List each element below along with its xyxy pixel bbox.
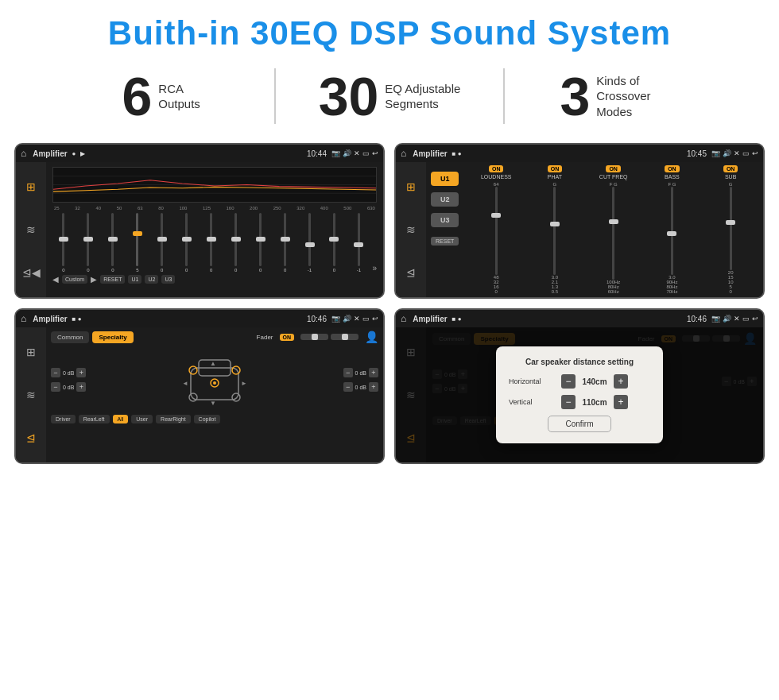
eq-slider-13[interactable]: -1 bbox=[347, 213, 370, 273]
eq-slider-8[interactable]: 0 bbox=[225, 213, 247, 273]
double-arrow-icon[interactable]: » bbox=[372, 264, 377, 273]
stats-row: 6 RCAOutputs 30 EQ AdjustableSegments 3 … bbox=[0, 60, 779, 138]
horizontal-plus-btn[interactable]: + bbox=[614, 374, 628, 389]
crossover-home-icon[interactable]: ⌂ bbox=[401, 148, 406, 159]
eq-slider-2[interactable]: 0 bbox=[77, 213, 99, 273]
horizontal-minus-btn[interactable]: − bbox=[561, 374, 576, 389]
crossover-sidebar-icon-3[interactable]: ⊴ bbox=[406, 266, 416, 279]
eq-custom-btn[interactable]: Custom bbox=[62, 275, 87, 284]
eq-freq-labels: 2532 4050 6380 100125 160200 250320 4005… bbox=[52, 206, 377, 211]
db-minus-3[interactable]: − bbox=[343, 368, 353, 377]
crossover-phat-col: ON PHAT G 3.0 2.1 1.3 0.5 bbox=[527, 165, 583, 294]
screen-eq: ⌂ Amplifier ● ▶ 10:44 📷 🔊 ✕ ▭ ↩ ⊞ ≋ ⊴◀ bbox=[14, 143, 385, 299]
db-minus-1[interactable]: − bbox=[51, 368, 60, 377]
fader-h-slider-1[interactable] bbox=[300, 334, 328, 340]
u3-button[interactable]: U3 bbox=[431, 213, 459, 227]
eq-reset-btn[interactable]: RESET bbox=[100, 275, 125, 284]
driver-btn[interactable]: Driver bbox=[51, 415, 76, 423]
db-plus-1[interactable]: + bbox=[76, 368, 86, 377]
fader-dots: ■ ● bbox=[72, 315, 82, 323]
loudness-slider[interactable]: 64 48 32 16 0 bbox=[494, 182, 499, 294]
crossover-sidebar: ⊞ ≋ ⊴ bbox=[396, 162, 426, 297]
db-minus-2[interactable]: − bbox=[51, 382, 60, 392]
fader-back-icon[interactable]: ↩ bbox=[372, 315, 378, 323]
eq-slider-7[interactable]: 0 bbox=[200, 213, 223, 273]
dialog-volume-icon: 🔊 bbox=[723, 315, 731, 323]
crossover-sidebar-icon-2[interactable]: ≋ bbox=[406, 223, 416, 236]
db-minus-4[interactable]: − bbox=[343, 382, 353, 392]
all-btn[interactable]: All bbox=[113, 415, 129, 423]
eq-slider-1[interactable]: 0 bbox=[52, 213, 75, 273]
vertical-minus-btn[interactable]: − bbox=[561, 395, 576, 409]
copilot-btn[interactable]: Copilot bbox=[194, 415, 221, 423]
dialog-horizontal-row: Horizontal − 140cm + bbox=[509, 374, 650, 389]
stat-text-crossover: Kinds ofCrossover Modes bbox=[596, 73, 676, 120]
speaker-db-row-2: − 0 dB + bbox=[51, 382, 86, 392]
fader-sidebar-icon-2[interactable]: ≋ bbox=[26, 389, 36, 401]
crossover-volume-icon: 🔊 bbox=[723, 149, 731, 157]
eq-main: 2532 4050 6380 100125 160200 250320 4005… bbox=[46, 162, 383, 297]
eq-sidebar-icon-1[interactable]: ⊞ bbox=[26, 180, 36, 193]
rear-right-btn[interactable]: RearRight bbox=[156, 415, 191, 423]
eq-slider-3[interactable]: 0 bbox=[102, 213, 124, 273]
db-plus-2[interactable]: + bbox=[76, 382, 86, 392]
sub-slider[interactable]: G 20 15 10 5 0 bbox=[728, 182, 734, 294]
common-mode-btn[interactable]: Common bbox=[51, 331, 89, 343]
crossover-sidebar-icon-1[interactable]: ⊞ bbox=[406, 180, 416, 193]
eq-sidebar-icon-3[interactable]: ⊴◀ bbox=[22, 266, 41, 279]
fader-bottom-buttons: Driver RearLeft All User RearRight Copil… bbox=[51, 415, 378, 423]
u1-button[interactable]: U1 bbox=[431, 172, 459, 186]
eq-u3-btn[interactable]: U3 bbox=[161, 275, 175, 284]
screen-dialog: ⌂ Amplifier ■ ● 10:46 📷 🔊 ✕ ▭ ↩ ⊞ ≋ ⊴ Co… bbox=[394, 308, 765, 464]
u2-button[interactable]: U2 bbox=[431, 192, 459, 207]
dialog-home-icon[interactable]: ⌂ bbox=[401, 313, 406, 324]
svg-point-7 bbox=[189, 393, 197, 401]
dialog-back-icon[interactable]: ↩ bbox=[752, 315, 758, 323]
close-icon: ✕ bbox=[354, 149, 360, 157]
eq-slider-5[interactable]: 0 bbox=[151, 213, 173, 273]
stat-text-rca: RCAOutputs bbox=[158, 81, 200, 112]
dialog-dots: ■ ● bbox=[452, 315, 462, 323]
eq-slider-6[interactable]: 0 bbox=[176, 213, 198, 273]
user-btn[interactable]: User bbox=[131, 415, 153, 423]
eq-slider-4[interactable]: 5 bbox=[126, 213, 149, 273]
back-icon[interactable]: ↩ bbox=[372, 149, 378, 157]
home-icon[interactable]: ⌂ bbox=[21, 148, 26, 159]
stat-crossover: 3 Kinds ofCrossover Modes bbox=[505, 69, 731, 123]
fader-sidebar-icon-1[interactable]: ⊞ bbox=[26, 346, 36, 358]
eq-slider-11[interactable]: -1 bbox=[299, 213, 321, 273]
car-diagram-svg: ▲ ▼ ◄ ► bbox=[179, 348, 250, 412]
eq-prev-icon[interactable]: ◀ bbox=[52, 275, 59, 284]
screen-eq-topbar: ⌂ Amplifier ● ▶ 10:44 📷 🔊 ✕ ▭ ↩ bbox=[16, 145, 383, 162]
bass-slider[interactable]: F G 3.0 90Hz 80Hz 70Hz bbox=[666, 182, 677, 294]
db-value-2: 0 dB bbox=[63, 385, 74, 390]
fader-home-icon[interactable]: ⌂ bbox=[21, 313, 26, 324]
eq-slider-12[interactable]: 0 bbox=[323, 213, 345, 273]
db-value-4: 0 dB bbox=[355, 385, 366, 390]
cutfreq-slider[interactable]: F G 100Hz 80Hz 60Hz bbox=[607, 182, 620, 294]
bass-label: BASS bbox=[665, 174, 680, 180]
speaker-db-row-3: − 0 dB + bbox=[343, 368, 378, 377]
phat-slider[interactable]: G 3.0 2.1 1.3 0.5 bbox=[552, 182, 558, 294]
crossover-back-icon[interactable]: ↩ bbox=[752, 149, 758, 157]
eq-u2-btn[interactable]: U2 bbox=[145, 275, 158, 284]
confirm-button[interactable]: Confirm bbox=[548, 416, 611, 432]
rear-left-btn[interactable]: RearLeft bbox=[79, 415, 110, 423]
crossover-reset-btn[interactable]: RESET bbox=[431, 237, 459, 246]
db-plus-4[interactable]: + bbox=[369, 382, 378, 392]
vertical-plus-btn[interactable]: + bbox=[614, 395, 628, 409]
fader-sidebar-icon-3[interactable]: ⊴ bbox=[26, 431, 36, 444]
eq-slider-10[interactable]: 0 bbox=[274, 213, 296, 273]
db-plus-3[interactable]: + bbox=[369, 368, 378, 377]
eq-graph-svg bbox=[53, 168, 376, 202]
eq-u1-btn[interactable]: U1 bbox=[128, 275, 141, 284]
eq-slider-9[interactable]: 0 bbox=[250, 213, 272, 273]
eq-topbar-icons: 📷 🔊 ✕ ▭ ↩ bbox=[331, 149, 378, 157]
db-value-3: 0 dB bbox=[355, 370, 366, 376]
fader-h-slider-2[interactable] bbox=[331, 334, 358, 340]
eq-sidebar-icon-2[interactable]: ≋ bbox=[26, 223, 36, 236]
eq-bottom-bar: ◀ Custom ▶ RESET U1 U2 U3 bbox=[52, 275, 377, 284]
eq-next-icon[interactable]: ▶ bbox=[91, 275, 97, 284]
loudness-on-badge: ON bbox=[489, 165, 504, 172]
specialty-mode-btn[interactable]: Specialty bbox=[92, 331, 133, 343]
